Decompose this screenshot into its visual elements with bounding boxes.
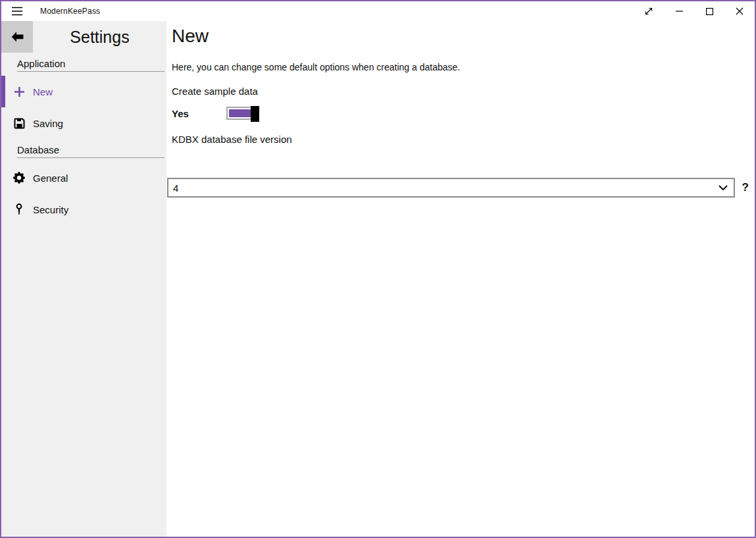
nav-list-application: New Saving [1, 76, 166, 139]
back-button[interactable] [1, 21, 33, 53]
close-button[interactable] [724, 1, 755, 21]
kdbx-help-button[interactable]: ? [742, 181, 749, 194]
close-icon [736, 7, 743, 15]
settings-content-panel: New Here, you can change some default op… [166, 21, 755, 537]
fullscreen-icon [644, 7, 653, 16]
sidebar-item-general[interactable]: General [1, 162, 166, 194]
minimize-icon [676, 11, 683, 12]
sidebar-item-label: Saving [33, 118, 63, 129]
sample-data-label: Create sample data [172, 86, 751, 97]
settings-page-title: Settings [33, 21, 166, 53]
hamburger-icon [12, 7, 22, 16]
sidebar-header: Settings [1, 21, 166, 53]
kdbx-version-row: 4 ? [167, 178, 751, 198]
gear-icon [13, 172, 25, 184]
title-bar: ModernKeePass [1, 1, 755, 21]
sidebar-item-saving[interactable]: Saving [1, 107, 166, 139]
sidebar-item-label: Security [33, 204, 68, 215]
maximize-button[interactable] [694, 1, 724, 21]
kdbx-version-combobox[interactable]: 4 [167, 178, 735, 198]
page-title: New [172, 24, 751, 49]
hamburger-menu-button[interactable] [1, 1, 33, 21]
chevron-down-icon [718, 185, 728, 191]
maximize-icon [706, 8, 713, 15]
sidebar-item-label: New [33, 86, 53, 97]
sidebar-item-security[interactable]: Security [1, 194, 166, 225]
page-description: Here, you can change some default option… [172, 61, 751, 73]
toggle-knob[interactable] [251, 106, 259, 122]
main-layout: Settings Application New Saving [1, 21, 755, 537]
sidebar-item-label: General [33, 173, 68, 184]
app-title: ModernKeePass [40, 1, 100, 21]
kdbx-version-label: KDBX database file version [172, 134, 751, 145]
toggle-state-text: Yes [172, 108, 226, 119]
sample-data-toggle-row: Yes [172, 105, 751, 121]
window-controls [634, 1, 755, 21]
key-icon [13, 203, 25, 215]
combobox-selected-value: 4 [173, 182, 178, 194]
plus-icon [13, 86, 25, 97]
back-arrow-icon [10, 31, 24, 43]
app-window: { "window": { "title": "ModernKeePass", … [0, 0, 756, 538]
fullscreen-button[interactable] [634, 1, 664, 21]
nav-list-database: General Security [1, 162, 166, 225]
minimize-button[interactable] [664, 1, 694, 21]
section-header-application: Application [17, 58, 164, 72]
save-icon [13, 117, 25, 129]
section-header-database: Database [17, 144, 164, 158]
settings-sidebar: Settings Application New Saving [1, 21, 166, 537]
sample-data-toggle[interactable] [226, 107, 257, 120]
sidebar-item-new[interactable]: New [1, 76, 166, 107]
